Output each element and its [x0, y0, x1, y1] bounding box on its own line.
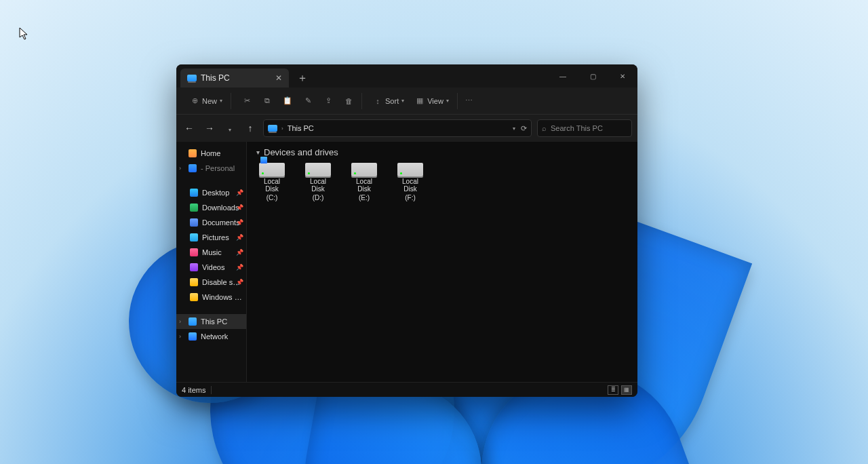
window-controls: — ▢ ✕: [548, 64, 637, 88]
refresh-button[interactable]: ⟳: [521, 124, 527, 133]
sidebar-item-videos[interactable]: Videos 📌: [176, 260, 246, 275]
rename-icon: ✎: [303, 96, 313, 106]
drives-grid: Local Disk (C:) Local Disk (D:) Local Di…: [256, 163, 628, 201]
new-label: New: [202, 97, 217, 105]
network-icon: [189, 332, 197, 341]
group-header-devices[interactable]: ▾ Devices and drives: [256, 147, 628, 157]
more-button[interactable]: ⋯: [460, 95, 478, 107]
close-tab-button[interactable]: ✕: [275, 73, 282, 83]
drive-letter: (D:): [313, 194, 324, 201]
mouse-cursor: [19, 27, 28, 41]
sidebar-label: This PC: [201, 317, 242, 326]
drive-name: Local Disk: [395, 178, 426, 193]
view-label: View: [427, 97, 443, 105]
sidebar-item-documents[interactable]: Documents 📌: [176, 215, 246, 230]
pin-icon: 📌: [236, 249, 243, 256]
sidebar-item-music[interactable]: Music 📌: [176, 245, 246, 260]
videos-icon: [190, 263, 198, 271]
chevron-down-icon: ▾: [256, 149, 260, 156]
onedrive-icon: [189, 164, 197, 172]
downloads-icon: [190, 204, 198, 212]
sidebar-item-folder-disable-store[interactable]: Disable store ap 📌: [176, 275, 246, 290]
sidebar-item-this-pc[interactable]: › This PC: [176, 314, 246, 329]
expand-icon[interactable]: ›: [179, 165, 181, 172]
drive-name: Local Disk: [349, 178, 380, 193]
expand-icon[interactable]: ›: [179, 318, 181, 325]
sidebar-item-desktop[interactable]: Desktop 📌: [176, 185, 246, 200]
chevron-down-icon: ▾: [220, 98, 222, 104]
cut-button[interactable]: ✂: [238, 95, 256, 107]
share-button[interactable]: ⇪: [319, 95, 337, 107]
chevron-down-icon[interactable]: ▾: [513, 125, 515, 132]
pin-icon: 📌: [236, 219, 243, 226]
drive-letter: (F:): [405, 194, 416, 201]
drive-e[interactable]: Local Disk (E:): [349, 163, 380, 201]
copy-button[interactable]: ⧉: [258, 95, 276, 107]
sidebar-item-network[interactable]: › Network: [176, 329, 246, 344]
recent-button[interactable]: ▾: [222, 123, 237, 134]
sidebar-label: Network: [201, 332, 242, 341]
search-input[interactable]: ⌕ Search This PC: [537, 119, 632, 137]
breadcrumb-root[interactable]: This PC: [288, 124, 314, 132]
drive-c[interactable]: Local Disk (C:): [256, 163, 288, 201]
sidebar-label: Windows 11 file ex: [202, 293, 242, 301]
details-view-button[interactable]: ≣: [608, 385, 618, 395]
sidebar-item-personal[interactable]: › - Personal: [176, 161, 246, 176]
this-pc-icon: [268, 125, 277, 132]
rename-button[interactable]: ✎: [299, 95, 317, 107]
drive-letter: (C:): [267, 194, 278, 201]
close-window-button[interactable]: ✕: [608, 64, 637, 88]
maximize-button[interactable]: ▢: [578, 64, 608, 88]
this-pc-icon: [189, 317, 197, 326]
pin-icon: 📌: [236, 279, 243, 286]
tiles-view-button[interactable]: ▦: [621, 385, 632, 395]
tab-title: This PC: [201, 73, 230, 83]
pin-icon: 📌: [236, 189, 243, 196]
drive-f[interactable]: Local Disk (F:): [395, 163, 426, 201]
search-icon: ⌕: [542, 124, 547, 132]
sidebar-item-folder-win11-fe[interactable]: Windows 11 file ex: [176, 290, 246, 305]
view-icon: ▦: [415, 96, 425, 106]
drive-d[interactable]: Local Disk (D:): [302, 163, 334, 201]
new-button[interactable]: ⊕ New ▾: [186, 95, 226, 107]
status-bar: 4 items ≣ ▦: [176, 382, 637, 397]
status-item-count: 4 items: [182, 386, 205, 394]
home-icon: [189, 149, 197, 157]
address-bar[interactable]: › This PC ▾ ⟳: [263, 119, 532, 137]
sort-icon: ↕: [373, 96, 382, 106]
desktop-icon: [190, 189, 198, 197]
sort-label: Sort: [385, 97, 399, 105]
cut-icon: ✂: [242, 96, 252, 106]
sidebar-item-home[interactable]: Home: [176, 146, 246, 161]
status-divider: [211, 386, 212, 394]
delete-button[interactable]: 🗑: [340, 95, 357, 107]
minimize-button[interactable]: —: [548, 64, 578, 88]
up-button[interactable]: ↑: [243, 123, 258, 134]
paste-button[interactable]: 📋: [279, 95, 296, 107]
sidebar-item-downloads[interactable]: Downloads 📌: [176, 200, 246, 215]
drive-letter: (E:): [359, 194, 370, 201]
music-icon: [190, 248, 198, 256]
back-button[interactable]: ←: [182, 123, 197, 134]
forward-button[interactable]: →: [202, 123, 217, 134]
documents-icon: [190, 218, 198, 227]
tab-strip: This PC ✕ ＋ — ▢ ✕: [176, 64, 637, 88]
folder-icon: [190, 293, 198, 301]
view-button[interactable]: ▦ View ▾: [411, 95, 453, 107]
tab-this-pc[interactable]: This PC ✕: [180, 69, 289, 88]
sort-button[interactable]: ↕ Sort ▾: [369, 95, 408, 107]
drive-name: Local Disk: [256, 178, 288, 193]
chevron-down-icon: ▾: [401, 98, 404, 104]
group-title: Devices and drives: [264, 147, 338, 157]
drive-name: Local Disk: [302, 178, 334, 193]
drive-icon: [305, 163, 331, 176]
expand-icon[interactable]: ›: [179, 333, 181, 340]
main-content: ▾ Devices and drives Local Disk (C:) Loc…: [247, 142, 637, 382]
address-row: ← → ▾ ↑ › This PC ▾ ⟳ ⌕ Search This PC: [176, 115, 637, 142]
more-icon: ⋯: [465, 96, 474, 106]
pin-icon: 📌: [236, 264, 243, 271]
sidebar-label: Home: [201, 149, 242, 157]
drive-icon: [351, 163, 377, 176]
sidebar-item-pictures[interactable]: Pictures 📌: [176, 230, 246, 245]
new-tab-button[interactable]: ＋: [293, 71, 312, 85]
